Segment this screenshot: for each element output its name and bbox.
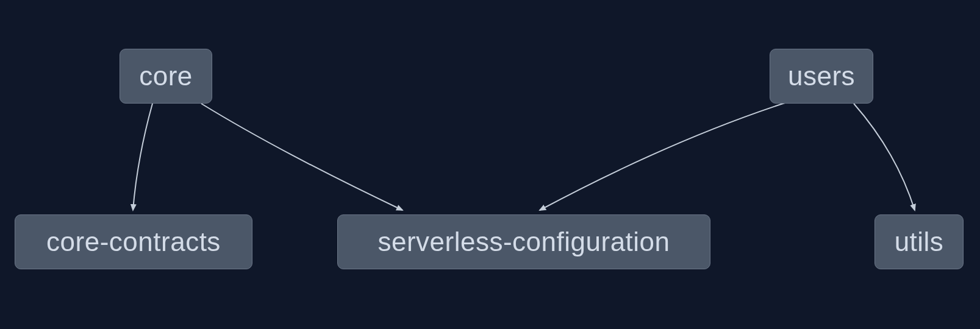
node-label: users (788, 61, 855, 91)
edge-users-to-utils (854, 104, 915, 210)
edge-core-to-core-contracts (133, 104, 152, 210)
node-serverless-configuration: serverless-configuration (337, 214, 710, 269)
edge-core-to-serverless-configuration (201, 104, 402, 210)
node-label: core (139, 61, 193, 91)
node-label: serverless-configuration (377, 227, 670, 257)
edge-users-to-serverless-configuration (540, 102, 787, 210)
node-core: core (120, 49, 212, 104)
node-label: core-contracts (46, 227, 221, 257)
node-utils: utils (874, 214, 964, 269)
node-core-contracts: core-contracts (15, 214, 252, 269)
node-users: users (770, 49, 873, 104)
node-label: utils (895, 227, 944, 257)
